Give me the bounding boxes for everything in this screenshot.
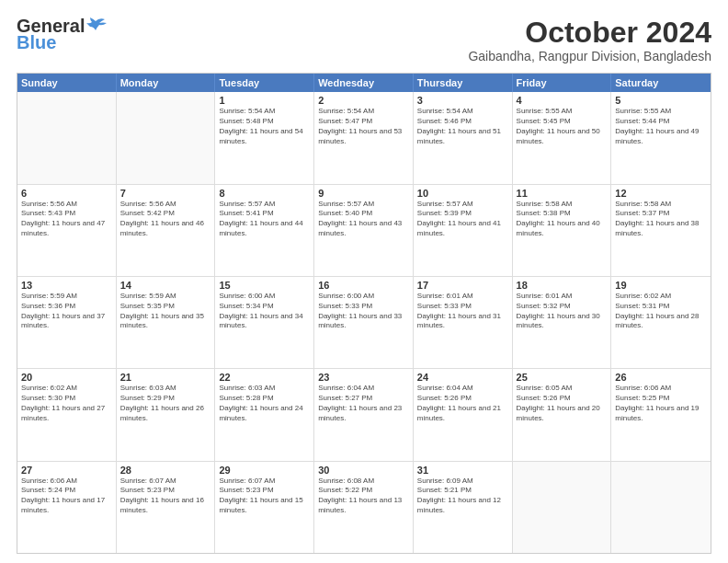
day-number: 5 bbox=[615, 95, 707, 106]
cal-cell bbox=[117, 92, 216, 183]
calendar-row-1: 1Sunrise: 5:54 AMSunset: 5:48 PMDaylight… bbox=[17, 92, 711, 183]
cell-text: Sunrise: 6:01 AMSunset: 5:32 PMDaylight:… bbox=[517, 292, 608, 331]
cell-text: Sunrise: 5:55 AMSunset: 5:45 PMDaylight:… bbox=[517, 107, 608, 146]
cal-cell: 23Sunrise: 6:04 AMSunset: 5:27 PMDayligh… bbox=[314, 369, 414, 460]
cell-text: Sunrise: 5:57 AMSunset: 5:41 PMDaylight:… bbox=[219, 200, 310, 239]
cell-text: Sunrise: 6:06 AMSunset: 5:25 PMDaylight:… bbox=[615, 384, 707, 423]
cell-text: Sunrise: 6:04 AMSunset: 5:26 PMDaylight:… bbox=[417, 384, 508, 423]
cal-cell: 19Sunrise: 6:02 AMSunset: 5:31 PMDayligh… bbox=[611, 277, 711, 368]
day-number: 14 bbox=[120, 280, 211, 291]
cal-cell: 17Sunrise: 6:01 AMSunset: 5:33 PMDayligh… bbox=[414, 277, 513, 368]
cal-cell: 5Sunrise: 5:55 AMSunset: 5:44 PMDaylight… bbox=[611, 92, 711, 183]
cal-cell: 26Sunrise: 6:06 AMSunset: 5:25 PMDayligh… bbox=[611, 369, 711, 460]
cell-text: Sunrise: 5:54 AMSunset: 5:48 PMDaylight:… bbox=[219, 107, 310, 146]
cal-cell bbox=[513, 462, 612, 553]
cell-text: Sunrise: 6:08 AMSunset: 5:22 PMDaylight:… bbox=[318, 477, 409, 516]
cell-text: Sunrise: 6:02 AMSunset: 5:30 PMDaylight:… bbox=[21, 384, 112, 423]
cell-text: Sunrise: 5:57 AMSunset: 5:40 PMDaylight:… bbox=[318, 200, 409, 239]
day-number: 21 bbox=[120, 372, 211, 383]
calendar-row-4: 20Sunrise: 6:02 AMSunset: 5:30 PMDayligh… bbox=[17, 368, 711, 460]
title-block: October 2024 Gaibandha, Rangpur Division… bbox=[468, 17, 711, 63]
day-number: 17 bbox=[417, 280, 508, 291]
cell-text: Sunrise: 5:54 AMSunset: 5:46 PMDaylight:… bbox=[417, 107, 508, 146]
cal-cell: 22Sunrise: 6:03 AMSunset: 5:28 PMDayligh… bbox=[215, 369, 314, 460]
cell-text: Sunrise: 6:07 AMSunset: 5:23 PMDaylight:… bbox=[219, 477, 310, 516]
cal-cell: 31Sunrise: 6:09 AMSunset: 5:21 PMDayligh… bbox=[414, 462, 513, 553]
cal-cell: 7Sunrise: 5:56 AMSunset: 5:42 PMDaylight… bbox=[117, 185, 216, 276]
cell-text: Sunrise: 5:56 AMSunset: 5:43 PMDaylight:… bbox=[21, 200, 112, 239]
cal-cell bbox=[17, 92, 117, 183]
day-number: 16 bbox=[318, 280, 409, 291]
cal-cell: 27Sunrise: 6:06 AMSunset: 5:24 PMDayligh… bbox=[17, 462, 117, 553]
cal-cell: 24Sunrise: 6:04 AMSunset: 5:26 PMDayligh… bbox=[414, 369, 513, 460]
cell-text: Sunrise: 5:59 AMSunset: 5:35 PMDaylight:… bbox=[120, 292, 211, 331]
day-number: 6 bbox=[21, 188, 112, 199]
day-number: 31 bbox=[417, 465, 508, 476]
cal-cell: 3Sunrise: 5:54 AMSunset: 5:46 PMDaylight… bbox=[414, 92, 513, 183]
day-number: 30 bbox=[318, 465, 409, 476]
cal-cell: 20Sunrise: 6:02 AMSunset: 5:30 PMDayligh… bbox=[17, 369, 117, 460]
weekday-header-thursday: Thursday bbox=[414, 74, 513, 92]
weekday-header-tuesday: Tuesday bbox=[215, 74, 314, 92]
cal-cell: 28Sunrise: 6:07 AMSunset: 5:23 PMDayligh… bbox=[117, 462, 216, 553]
day-number: 3 bbox=[417, 95, 508, 106]
day-number: 12 bbox=[615, 188, 707, 199]
logo-blue: Blue bbox=[17, 33, 56, 52]
cell-text: Sunrise: 5:57 AMSunset: 5:39 PMDaylight:… bbox=[417, 200, 508, 239]
cell-text: Sunrise: 6:09 AMSunset: 5:21 PMDaylight:… bbox=[417, 477, 508, 516]
cal-cell: 13Sunrise: 5:59 AMSunset: 5:36 PMDayligh… bbox=[17, 277, 117, 368]
cal-cell: 9Sunrise: 5:57 AMSunset: 5:40 PMDaylight… bbox=[314, 185, 414, 276]
cal-cell: 8Sunrise: 5:57 AMSunset: 5:41 PMDaylight… bbox=[215, 185, 314, 276]
page: General Blue October 2024 Gaibandha, Ran… bbox=[0, 0, 728, 563]
cal-cell: 14Sunrise: 5:59 AMSunset: 5:35 PMDayligh… bbox=[117, 277, 216, 368]
day-number: 9 bbox=[318, 188, 409, 199]
cell-text: Sunrise: 6:03 AMSunset: 5:28 PMDaylight:… bbox=[219, 384, 310, 423]
cell-text: Sunrise: 5:54 AMSunset: 5:47 PMDaylight:… bbox=[318, 107, 409, 146]
cal-cell: 2Sunrise: 5:54 AMSunset: 5:47 PMDaylight… bbox=[314, 92, 414, 183]
cal-cell: 21Sunrise: 6:03 AMSunset: 5:29 PMDayligh… bbox=[117, 369, 216, 460]
day-number: 19 bbox=[615, 280, 707, 291]
day-number: 10 bbox=[417, 188, 508, 199]
cell-text: Sunrise: 5:56 AMSunset: 5:42 PMDaylight:… bbox=[120, 200, 211, 239]
cal-cell: 6Sunrise: 5:56 AMSunset: 5:43 PMDaylight… bbox=[17, 185, 117, 276]
day-number: 23 bbox=[318, 372, 409, 383]
cal-cell: 11Sunrise: 5:58 AMSunset: 5:38 PMDayligh… bbox=[513, 185, 612, 276]
cal-cell: 30Sunrise: 6:08 AMSunset: 5:22 PMDayligh… bbox=[314, 462, 414, 553]
cell-text: Sunrise: 6:00 AMSunset: 5:34 PMDaylight:… bbox=[219, 292, 310, 331]
calendar-body: 1Sunrise: 5:54 AMSunset: 5:48 PMDaylight… bbox=[17, 92, 711, 553]
cal-cell bbox=[611, 462, 711, 553]
cell-text: Sunrise: 5:58 AMSunset: 5:38 PMDaylight:… bbox=[517, 200, 608, 239]
header: General Blue October 2024 Gaibandha, Ran… bbox=[17, 17, 711, 63]
cell-text: Sunrise: 6:04 AMSunset: 5:27 PMDaylight:… bbox=[318, 384, 409, 423]
day-number: 2 bbox=[318, 95, 409, 106]
cal-cell: 12Sunrise: 5:58 AMSunset: 5:37 PMDayligh… bbox=[611, 185, 711, 276]
day-number: 25 bbox=[517, 372, 608, 383]
calendar-row-3: 13Sunrise: 5:59 AMSunset: 5:36 PMDayligh… bbox=[17, 276, 711, 368]
cell-text: Sunrise: 6:05 AMSunset: 5:26 PMDaylight:… bbox=[517, 384, 608, 423]
day-number: 13 bbox=[21, 280, 112, 291]
weekday-header-sunday: Sunday bbox=[17, 74, 117, 92]
day-number: 28 bbox=[120, 465, 211, 476]
day-number: 26 bbox=[615, 372, 707, 383]
cal-cell: 4Sunrise: 5:55 AMSunset: 5:45 PMDaylight… bbox=[513, 92, 612, 183]
calendar-row-5: 27Sunrise: 6:06 AMSunset: 5:24 PMDayligh… bbox=[17, 461, 711, 553]
cal-cell: 29Sunrise: 6:07 AMSunset: 5:23 PMDayligh… bbox=[215, 462, 314, 553]
cell-text: Sunrise: 5:59 AMSunset: 5:36 PMDaylight:… bbox=[21, 292, 112, 331]
weekday-header-monday: Monday bbox=[117, 74, 216, 92]
day-number: 29 bbox=[219, 465, 310, 476]
cal-cell: 18Sunrise: 6:01 AMSunset: 5:32 PMDayligh… bbox=[513, 277, 612, 368]
cal-cell: 1Sunrise: 5:54 AMSunset: 5:48 PMDaylight… bbox=[215, 92, 314, 183]
cell-text: Sunrise: 5:58 AMSunset: 5:37 PMDaylight:… bbox=[615, 200, 707, 239]
calendar: SundayMondayTuesdayWednesdayThursdayFrid… bbox=[17, 73, 711, 554]
cell-text: Sunrise: 5:55 AMSunset: 5:44 PMDaylight:… bbox=[615, 107, 707, 146]
cal-cell: 15Sunrise: 6:00 AMSunset: 5:34 PMDayligh… bbox=[215, 277, 314, 368]
day-number: 15 bbox=[219, 280, 310, 291]
cal-cell: 10Sunrise: 5:57 AMSunset: 5:39 PMDayligh… bbox=[414, 185, 513, 276]
weekday-header-friday: Friday bbox=[513, 74, 612, 92]
logo: General Blue bbox=[17, 17, 107, 52]
calendar-row-2: 6Sunrise: 5:56 AMSunset: 5:43 PMDaylight… bbox=[17, 184, 711, 276]
cell-text: Sunrise: 6:07 AMSunset: 5:23 PMDaylight:… bbox=[120, 477, 211, 516]
weekday-header-saturday: Saturday bbox=[611, 74, 711, 92]
day-number: 24 bbox=[417, 372, 508, 383]
weekday-header-wednesday: Wednesday bbox=[314, 74, 414, 92]
